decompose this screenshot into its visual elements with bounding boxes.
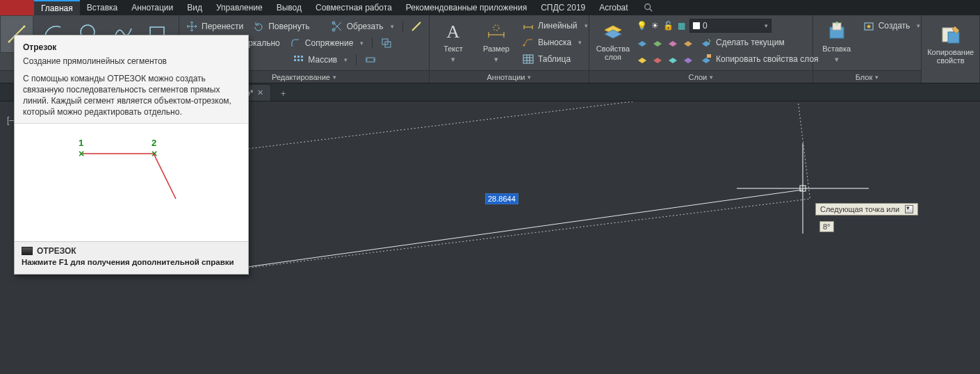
svg-point-0 — [644, 4, 650, 10]
svg-rect-16 — [301, 56, 303, 58]
text-button[interactable]: A Текст▾ — [434, 17, 473, 66]
panel-layers-label[interactable]: Слои▾ — [589, 70, 812, 83]
move-button[interactable]: Перенести — [183, 19, 246, 33]
layer-combo-value: 0 — [703, 21, 708, 31]
ill-point-1-label: 1 — [79, 138, 83, 148]
dynamic-angle-input[interactable]: 8° — [819, 221, 834, 232]
layer-state-icon-1[interactable] — [637, 37, 648, 48]
block-insert-button[interactable]: Вставка▾ — [817, 17, 856, 66]
layer-combo[interactable]: 0 ▾ — [689, 19, 771, 33]
panel-block-label[interactable]: Блок▾ — [813, 70, 922, 83]
linear-dim-button[interactable]: Линейный — [520, 19, 591, 33]
dynamic-prompt[interactable]: Следующая точка или — [815, 203, 918, 216]
panel-annotation-label[interactable]: Аннотации▾ — [430, 70, 589, 83]
sun-icon[interactable]: ☀ — [651, 21, 659, 31]
panel-layers: Свойства слоя 💡 ☀ 🔓 ▦ 0 ▾ — [589, 15, 813, 83]
svg-point-25 — [493, 25, 499, 31]
tooltip-title: Отрезок — [23, 42, 240, 52]
svg-rect-17 — [294, 59, 296, 61]
chevron-down-icon: ▾ — [765, 22, 768, 29]
command-line-icon — [22, 247, 33, 255]
svg-rect-30 — [523, 55, 533, 63]
make-current-button[interactable]: Сделать текущим — [698, 35, 787, 49]
layer-state-icon-2[interactable] — [652, 37, 663, 48]
add-tab-button[interactable]: + — [275, 87, 291, 101]
svg-line-1 — [649, 9, 652, 12]
svg-rect-18 — [297, 59, 300, 61]
svg-text:★: ★ — [866, 23, 872, 30]
menu-tab-acrobat[interactable]: Acrobat — [592, 0, 635, 15]
svg-line-9 — [412, 22, 420, 31]
leader-button[interactable]: Выноска — [520, 35, 591, 49]
svg-rect-14 — [294, 56, 296, 58]
dynamic-prompt-text: Следующая точка или — [820, 205, 899, 213]
table-button[interactable]: Таблица — [520, 52, 591, 66]
close-icon[interactable]: ✕ — [257, 88, 263, 97]
panel-annotation: A Текст▾ Размер▾ Линейный Выноска Таблиц… — [430, 15, 589, 83]
dimension-button[interactable]: Размер▾ — [477, 17, 516, 66]
svg-line-50 — [154, 154, 176, 199]
layer-iso-icon-1[interactable] — [637, 54, 648, 65]
bulb-icon[interactable]: 💡 — [637, 21, 647, 31]
svg-rect-19 — [301, 59, 303, 61]
tooltip-command-name: ОТРЕЗОК — [37, 246, 76, 256]
search-icon[interactable] — [644, 0, 653, 15]
prompt-menu-icon[interactable] — [905, 205, 913, 213]
menu-tab-view[interactable]: Вид — [180, 0, 209, 15]
panel-props: Копирование свойств . — [922, 15, 980, 83]
copy-layer-props-button[interactable]: Копировать свойства слоя — [698, 52, 822, 66]
menu-tab-annotate[interactable]: Аннотации — [124, 0, 180, 15]
panel-block: Вставка▾ ★Создать Блок▾ — [813, 15, 922, 83]
layer-color-swatch — [693, 22, 700, 29]
lock-icon[interactable]: 🔓 — [663, 21, 673, 31]
layer-state-icon-4[interactable] — [683, 37, 694, 48]
menu-tab-insert[interactable]: Вставка — [80, 0, 125, 15]
match-properties-button[interactable]: Копирование свойств — [926, 21, 975, 67]
offset-icon[interactable] — [378, 36, 395, 50]
layer-state-icon-3[interactable] — [667, 37, 678, 48]
menu-tab-home[interactable]: Главная — [34, 0, 80, 15]
dynamic-distance-input[interactable]: 28.8644 — [485, 193, 518, 204]
layer-properties-button[interactable]: Свойства слоя — [594, 17, 632, 64]
menu-bar: Главная Вставка Аннотации Вид Управление… — [0, 0, 980, 15]
tooltip-help-text: Нажмите F1 для получения дополнительной … — [22, 257, 241, 267]
menu-tab-collab[interactable]: Совместная работа — [309, 0, 399, 15]
svg-rect-35 — [707, 54, 711, 58]
menu-tab-output[interactable]: Вывод — [270, 0, 309, 15]
layer-iso-icon-4[interactable] — [683, 54, 694, 65]
tooltip-illustration: 1 2 × × — [15, 123, 248, 241]
rotate-button[interactable]: Повернуть — [250, 19, 312, 33]
svg-rect-41 — [948, 32, 959, 43]
tooltip-body: С помощью команды ОТРЕЗОК можно создать … — [23, 73, 240, 117]
svg-text:A: A — [447, 22, 460, 42]
svg-point-3 — [8, 41, 10, 43]
tooltip-command-row: ОТРЕЗОК — [22, 246, 241, 256]
block-create-button[interactable]: ★Создать — [860, 19, 924, 33]
stretch-icon[interactable] — [362, 53, 379, 67]
svg-point-29 — [523, 44, 525, 47]
svg-rect-42 — [190, 101, 810, 273]
svg-point-4 — [24, 26, 26, 28]
app-icon-area — [0, 0, 34, 15]
layer-iso-icon-3[interactable] — [667, 54, 678, 65]
plot-icon[interactable]: ▦ — [678, 21, 685, 31]
tooltip-subtitle: Создание прямолинейных сегментов — [23, 56, 240, 66]
svg-rect-15 — [297, 56, 300, 58]
line-tool-icon[interactable] — [408, 19, 425, 33]
ill-point-2-label: 2 — [152, 138, 156, 148]
command-tooltip: Отрезок Создание прямолинейных сегментов… — [14, 35, 249, 275]
menu-tab-apps[interactable]: Рекомендованные приложения — [399, 0, 534, 15]
array-button[interactable]: Массив — [290, 53, 350, 67]
menu-tab-spds[interactable]: СПДС 2019 — [534, 0, 592, 15]
menu-tab-manage[interactable]: Управление — [209, 0, 270, 15]
trim-button[interactable]: Обрезать — [329, 19, 397, 33]
fillet-button[interactable]: Сопряжение — [287, 36, 367, 50]
layer-iso-icon-2[interactable] — [652, 54, 663, 65]
